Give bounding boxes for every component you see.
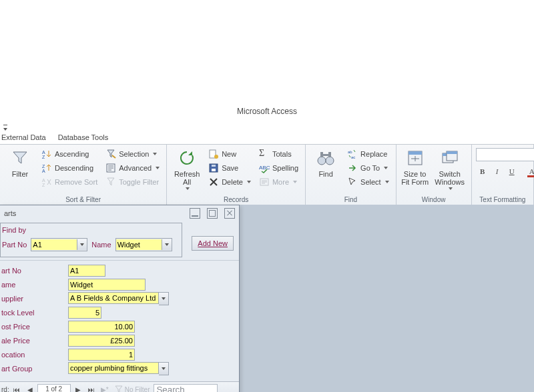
descending-button[interactable]: ZADescending <box>39 161 100 175</box>
size-to-fit-icon <box>405 147 426 169</box>
group-find: Find abacReplace Go To Select Find <box>306 145 396 205</box>
selection-button[interactable]: Selection <box>103 147 162 161</box>
goto-icon <box>347 163 358 173</box>
svg-rect-26 <box>447 151 457 154</box>
cost-label: ost Price <box>0 323 68 331</box>
remove-sort-button[interactable]: AZRemove Sort <box>39 175 100 189</box>
add-new-button[interactable]: Add New <box>192 236 234 251</box>
switch-windows-icon <box>439 147 461 169</box>
chevron-down-icon[interactable] <box>162 239 172 250</box>
refresh-icon <box>176 147 198 169</box>
ascending-button[interactable]: AZAscending <box>39 147 100 161</box>
select-button[interactable]: Select <box>344 175 392 189</box>
new-record-nav-button[interactable]: ▶* <box>99 383 111 392</box>
prev-record-button[interactable]: ◀ <box>24 383 36 392</box>
advanced-button[interactable]: Advanced <box>103 161 162 175</box>
sale-field[interactable] <box>68 335 135 347</box>
ribbon: Filter AZAscending ZADescending AZRemove… <box>0 144 534 205</box>
tab-database-tools[interactable]: Database Tools <box>58 133 109 141</box>
quick-access-toolbar <box>0 120 11 133</box>
sort-asc-icon: AZ <box>41 149 52 159</box>
svg-point-8 <box>214 155 218 159</box>
location-label: ocation <box>0 351 68 359</box>
partno-field[interactable] <box>68 265 105 277</box>
findby-partno-combo[interactable] <box>31 238 87 251</box>
group-field[interactable] <box>68 362 159 374</box>
size-to-fit-button[interactable]: Size to Fit Form <box>400 146 430 186</box>
filter-button[interactable]: Filter <box>4 146 36 178</box>
new-icon <box>208 149 219 159</box>
cost-field[interactable] <box>68 321 135 333</box>
record-search-input[interactable] <box>154 384 218 392</box>
ribbon-tabs: External Data Database Tools <box>0 133 108 141</box>
svg-rect-18 <box>323 154 328 156</box>
spelling-button[interactable]: ABCSpelling <box>256 161 301 175</box>
toggle-filter-icon <box>105 177 116 187</box>
app-title: Microsoft Access <box>0 107 534 116</box>
supplier-combo[interactable] <box>68 292 169 305</box>
findby-name-input[interactable] <box>116 239 162 250</box>
group-combo[interactable] <box>68 362 169 375</box>
close-icon[interactable] <box>224 208 235 219</box>
svg-text:A: A <box>42 150 45 155</box>
svg-text:ac: ac <box>351 155 355 159</box>
first-record-button[interactable]: ⏮ <box>11 383 23 392</box>
svg-text:Z: Z <box>42 164 45 169</box>
save-icon <box>208 163 219 173</box>
selection-icon <box>105 149 116 159</box>
name-field[interactable] <box>68 279 146 291</box>
record-position[interactable]: 1 of 2 <box>37 384 71 392</box>
select-icon <box>347 177 358 187</box>
new-record-button[interactable]: New <box>206 147 254 161</box>
font-color-button[interactable]: A <box>525 165 534 178</box>
supplier-label: upplier <box>0 295 68 303</box>
last-record-button[interactable]: ⏭ <box>85 383 97 392</box>
svg-text:ABC: ABC <box>259 165 270 171</box>
supplier-field[interactable] <box>68 292 159 304</box>
svg-text:A: A <box>42 178 45 183</box>
stock-label: tock Level <box>0 309 68 317</box>
findby-name-combo[interactable] <box>115 238 172 251</box>
spelling-icon: ABC <box>259 163 270 173</box>
svg-text:Z: Z <box>42 183 45 187</box>
replace-icon: abac <box>347 149 358 159</box>
svg-text:ab: ab <box>348 150 352 154</box>
svg-text:A: A <box>42 169 45 173</box>
chevron-down-icon[interactable] <box>77 239 87 250</box>
stock-field[interactable] <box>68 307 101 319</box>
totals-button[interactable]: ΣTotals <box>256 147 301 161</box>
chevron-down-icon[interactable] <box>159 362 169 375</box>
recnav-prefix: rd: <box>1 386 9 393</box>
bold-button[interactable]: B <box>476 165 489 178</box>
delete-record-button[interactable]: Delete <box>206 175 254 189</box>
chevron-down-icon[interactable] <box>159 292 169 305</box>
maximize-icon[interactable] <box>207 208 218 219</box>
underline-button[interactable]: U <box>505 165 519 178</box>
goto-button[interactable]: Go To <box>344 161 392 175</box>
svg-rect-10 <box>212 169 216 171</box>
minimize-icon[interactable] <box>190 208 200 219</box>
replace-button[interactable]: abacReplace <box>344 147 392 161</box>
funnel-icon <box>9 147 31 169</box>
name-label: ame <box>0 281 68 289</box>
svg-rect-11 <box>212 165 216 167</box>
location-field[interactable] <box>68 349 135 361</box>
refresh-all-button[interactable]: Refresh All <box>171 146 203 190</box>
group-window: Size to Fit Form Switch Windows Window <box>396 145 472 205</box>
more-icon <box>259 177 270 187</box>
svg-point-15 <box>326 157 334 165</box>
next-record-button[interactable]: ▶ <box>72 383 84 392</box>
save-record-button[interactable]: Save <box>206 161 254 175</box>
findby-partno-input[interactable] <box>31 239 77 250</box>
tab-external-data[interactable]: External Data <box>1 133 46 141</box>
qat-customize-dropdown[interactable] <box>3 122 11 131</box>
font-name-combo[interactable] <box>476 148 534 161</box>
toggle-filter-button[interactable]: Toggle Filter <box>103 175 162 189</box>
group-text-formatting: 123 B I U A Text Form <box>472 145 534 205</box>
partno-label: art No <box>0 267 68 275</box>
delete-icon <box>208 177 219 187</box>
switch-windows-button[interactable]: Switch Windows <box>433 146 467 190</box>
find-button[interactable]: Find <box>310 146 342 178</box>
more-button[interactable]: More <box>256 175 301 189</box>
italic-button[interactable]: I <box>491 165 504 178</box>
